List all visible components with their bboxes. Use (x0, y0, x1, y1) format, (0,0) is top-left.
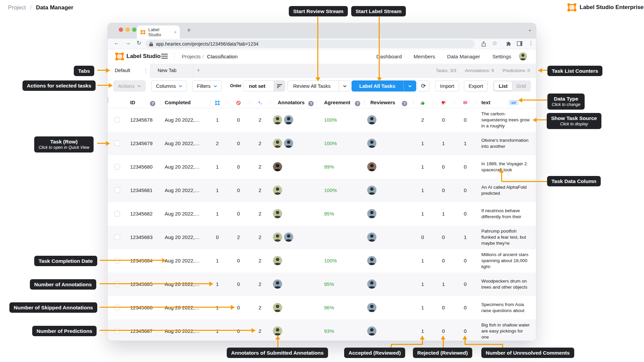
help-icon[interactable]: ? (308, 101, 314, 106)
table-row[interactable]: 12345682Aug 20 2022,…10295%110If neutrin… (108, 202, 536, 226)
label-studio-logo-icon (568, 4, 576, 11)
breadcrumb-project[interactable]: Project (8, 4, 26, 11)
agreement-value: 95% (324, 202, 334, 226)
task-text: Big fish in shallow water are easy picki… (481, 319, 530, 341)
show-source-button[interactable] (524, 155, 535, 179)
grid-view-button[interactable]: Grid (512, 83, 530, 89)
nav-dashboard[interactable]: Dashboard (376, 54, 402, 60)
table-row[interactable]: 12345679Aug 20 2022,…202100%111Olivine's… (108, 132, 536, 155)
columns-button[interactable]: Columns (151, 80, 187, 92)
table-row[interactable]: 12345684Aug 20 2022,…102100%100Millions … (108, 249, 536, 273)
annotations-count-icon[interactable] (214, 100, 220, 106)
row-checkbox[interactable] (114, 117, 120, 123)
refresh-button[interactable]: ⟳ (417, 80, 430, 92)
window-zoom-button[interactable] (132, 27, 137, 32)
reviewer-avatars (367, 139, 376, 149)
nav-members[interactable]: Members (414, 54, 435, 60)
window-close-button[interactable] (119, 27, 123, 32)
address-bar[interactable]: app.heartex.com/projects/123456/data?tab… (145, 40, 475, 48)
accepted-icon[interactable] (420, 100, 426, 106)
window-chevron-icon[interactable]: ⌄ (528, 26, 532, 33)
table-row[interactable]: 12345686Aug 20 2022,…10296%100Specimens … (108, 296, 536, 319)
skipped-annotations-icon[interactable] (235, 100, 241, 106)
show-source-button[interactable] (524, 132, 535, 155)
col-reviewers[interactable]: Reviewers (370, 100, 395, 105)
col-completed[interactable]: Completed (165, 100, 191, 105)
col-id[interactable]: ID (130, 100, 135, 105)
show-source-button[interactable] (524, 273, 535, 296)
col-annotators[interactable]: Annotators (278, 100, 305, 105)
annotator-avatars (273, 162, 282, 171)
table-row[interactable]: 12345685Aug 20 2022,…10295%110Woodpecker… (108, 273, 536, 296)
sort-icon[interactable] (274, 81, 285, 91)
tab-close-icon[interactable]: × (174, 29, 177, 35)
side-panel-icon[interactable] (517, 41, 522, 46)
bookmark-star-icon[interactable]: ☆ (492, 40, 497, 47)
accepted-count: 1 (416, 249, 429, 273)
table-row[interactable]: 12345678Aug 20 2022,…102100%200The carbo… (108, 108, 536, 132)
review-dropdown-icon[interactable] (339, 81, 350, 91)
label-dropdown-icon[interactable] (404, 81, 416, 91)
hamburger-menu-icon[interactable] (161, 54, 168, 59)
browser-tab[interactable]: Label Studio × (137, 25, 180, 39)
row-checkbox[interactable] (114, 187, 120, 193)
show-source-button[interactable] (524, 296, 535, 319)
import-button[interactable]: Import (435, 80, 459, 92)
nav-settings[interactable]: Settings (492, 54, 511, 60)
extensions-icon[interactable] (506, 41, 511, 46)
annotation-tabs: Tabs (74, 66, 94, 76)
table-row[interactable]: 12345681Aug 20 2022,…102100%100An AI cal… (108, 179, 536, 202)
data-type-badge[interactable]: str (509, 100, 519, 105)
ordering-button[interactable]: not set (243, 80, 285, 92)
predictions-icon[interactable] (257, 100, 263, 106)
tab-menu-icon[interactable]: ⋮ (143, 67, 148, 73)
task-id: 12345686 (130, 296, 153, 319)
nav-data-manager[interactable]: Data Manager (447, 54, 480, 60)
help-icon[interactable]: ? (402, 101, 407, 106)
task-text: In 1989, the Voyager 2 spacecraft took (481, 155, 530, 179)
reload-icon[interactable]: ↻ (137, 40, 141, 47)
table-row[interactable]: 12345680Aug 20 2022,…10299%100In 1989, t… (108, 155, 536, 179)
show-source-button[interactable] (524, 226, 535, 249)
label-all-tasks-button[interactable]: Label All Tasks (352, 80, 416, 92)
actions-button[interactable]: Actions (113, 80, 146, 92)
tab-default[interactable]: Default ⋮ (108, 64, 150, 78)
comments-count: 0 (459, 108, 472, 132)
task-completed-date: Aug 20 2022,… (165, 202, 200, 226)
rejected-icon[interactable] (440, 100, 446, 106)
row-checkbox[interactable] (114, 140, 120, 146)
review-all-tasks-button[interactable]: Review All Tasks (287, 80, 351, 92)
show-source-button[interactable] (524, 202, 535, 226)
col-agreement[interactable]: Agreement (324, 100, 350, 105)
forward-icon[interactable]: → (125, 40, 131, 46)
row-checkbox[interactable] (114, 234, 120, 240)
export-button[interactable]: Export (464, 80, 488, 92)
share-icon[interactable] (481, 41, 486, 47)
agreement-value: 100% (324, 132, 337, 155)
app-logo-icon[interactable] (116, 53, 123, 60)
show-source-button[interactable] (524, 249, 535, 273)
table-row[interactable]: 12345683Aug 20 2022,…022001Pahrump poolf… (108, 226, 536, 249)
annotator-avatars (273, 326, 282, 336)
app-breadcrumb-projects[interactable]: Projects (182, 54, 201, 60)
select-all-checkbox[interactable] (108, 97, 108, 103)
comments-icon[interactable] (462, 100, 468, 106)
row-checkbox[interactable] (114, 164, 120, 170)
tab-new-tab[interactable]: New Tab (158, 68, 176, 73)
back-icon[interactable]: ← (114, 40, 119, 46)
show-source-button[interactable] (524, 319, 535, 341)
help-icon[interactable]: ? (150, 101, 155, 106)
help-icon[interactable]: ? (355, 101, 360, 106)
user-avatar[interactable] (519, 52, 527, 60)
row-checkbox[interactable] (114, 211, 120, 217)
add-tab-icon[interactable]: + (197, 67, 200, 74)
browser-menu-icon[interactable]: ⋮ (528, 40, 534, 46)
col-text[interactable]: text (481, 100, 490, 105)
row-checkbox[interactable] (114, 328, 120, 334)
list-view-button[interactable]: List (494, 81, 512, 90)
show-source-button[interactable] (524, 179, 535, 202)
window-minimize-button[interactable] (125, 27, 130, 32)
agreement-value: 99% (324, 155, 334, 179)
filters-button[interactable]: Filters (192, 80, 222, 92)
new-tab-icon[interactable]: + (187, 26, 191, 34)
